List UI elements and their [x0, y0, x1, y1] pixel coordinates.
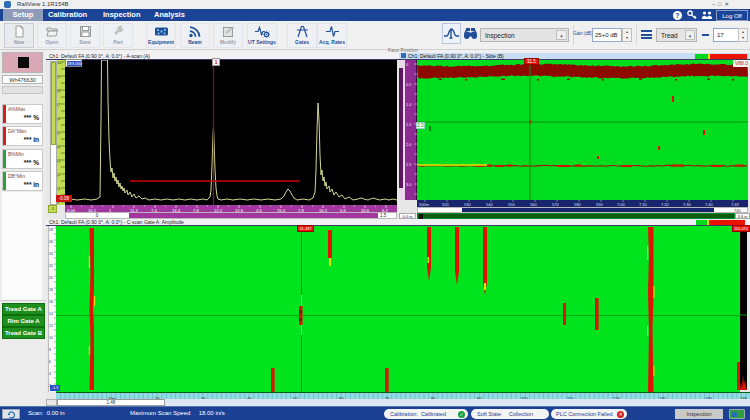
svg-text:2.5: 2.5 — [406, 162, 412, 167]
svg-text:(8: (8 — [57, 88, 61, 93]
svg-text:0.5: 0.5 — [406, 82, 412, 87]
svg-text:(5: (5 — [57, 130, 61, 135]
svg-text:14: 14 — [49, 312, 53, 316]
svg-text:10: 10 — [49, 336, 53, 340]
svg-text:26: 26 — [49, 240, 53, 244]
svg-text:28: 28 — [49, 228, 53, 232]
svg-text:22: 22 — [49, 264, 53, 268]
svg-text:16: 16 — [49, 300, 53, 304]
svg-text:10: 10 — [57, 60, 62, 65]
svg-text:(1: (1 — [57, 186, 61, 191]
svg-text:(6: (6 — [57, 116, 61, 121]
svg-text:(7: (7 — [57, 102, 61, 107]
svg-text:(9: (9 — [57, 74, 61, 79]
svg-text:18: 18 — [49, 288, 53, 292]
svg-text:2.0: 2.0 — [406, 142, 412, 147]
svg-text:1.5: 1.5 — [406, 122, 412, 127]
svg-text:24: 24 — [49, 252, 53, 256]
svg-text:20: 20 — [49, 276, 53, 280]
svg-text:0: 0 — [406, 62, 409, 67]
svg-text:8: 8 — [49, 348, 51, 352]
svg-text:(3: (3 — [57, 158, 61, 163]
svg-text:6: 6 — [49, 360, 51, 364]
svg-text:1.0: 1.0 — [406, 102, 412, 107]
svg-text:(4: (4 — [57, 144, 61, 149]
svg-text:3.0: 3.0 — [406, 182, 412, 187]
svg-text:12: 12 — [49, 324, 53, 328]
svg-text:4: 4 — [49, 372, 51, 376]
svg-text:(2: (2 — [57, 172, 61, 177]
